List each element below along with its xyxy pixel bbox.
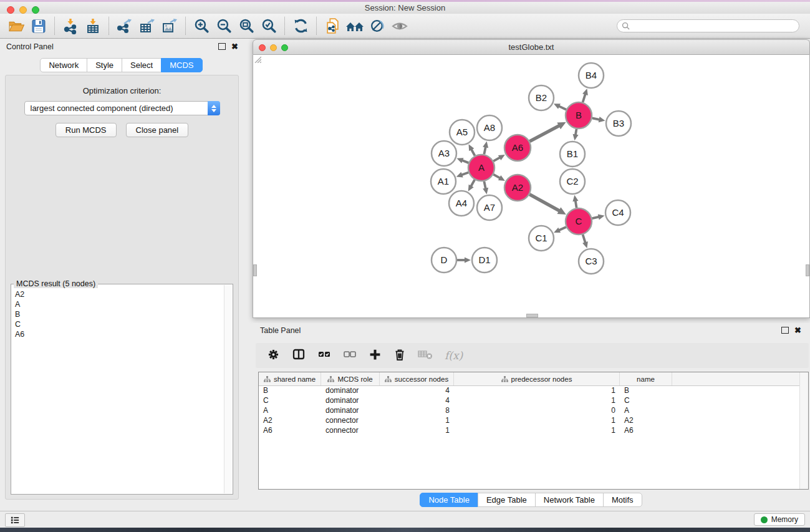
close-window-button[interactable]	[7, 6, 14, 14]
unselect-all-button[interactable]	[343, 348, 357, 363]
zoom-in-button[interactable]	[190, 16, 213, 37]
network-canvas[interactable]: B4B2BB3A5A8A6A3B1AA1C2A2A4A7CC4C1DD1C3	[253, 55, 809, 317]
table-scrollbar[interactable]	[799, 372, 808, 489]
network-edge[interactable]	[493, 157, 500, 161]
float-panel-icon[interactable]	[218, 43, 226, 50]
network-edge[interactable]	[592, 118, 600, 119]
export-network-button[interactable]	[113, 16, 136, 37]
network-edge[interactable]	[462, 160, 469, 163]
function-builder-button[interactable]: f(x)	[445, 349, 463, 362]
network-edge[interactable]	[559, 227, 566, 230]
tab-motifs[interactable]: Motifs	[603, 493, 642, 507]
import-network-button[interactable]	[59, 16, 82, 37]
column-header-predecessor-nodes[interactable]: predecessor nodes	[454, 372, 620, 385]
network-edge[interactable]	[583, 235, 586, 243]
tab-select[interactable]: Select	[122, 58, 162, 72]
window-controls	[7, 6, 39, 14]
network-edge[interactable]	[559, 106, 566, 110]
network-edge[interactable]	[493, 175, 500, 178]
network-edge[interactable]	[576, 201, 577, 208]
add-column-button[interactable]	[369, 348, 382, 364]
close-network-button[interactable]	[259, 44, 266, 51]
search-input[interactable]	[633, 21, 794, 31]
run-mcds-button[interactable]: Run MCDS	[55, 123, 117, 137]
save-session-button[interactable]	[27, 16, 50, 37]
tab-node-table[interactable]: Node Table	[420, 493, 478, 507]
vizmapper-button[interactable]	[366, 16, 388, 37]
zoom-out-button[interactable]	[213, 16, 235, 37]
network-canvas-area[interactable]: B4B2BB3A5A8A6A3B1AA1C2A2A4A7CC4C1DD1C3	[253, 55, 810, 318]
memory-button[interactable]: Memory	[754, 513, 805, 526]
right-gripper[interactable]	[806, 264, 809, 276]
edge-arrowhead-icon	[598, 214, 605, 220]
close-panel-icon[interactable]: ✖	[231, 42, 238, 51]
zoom-selected-button[interactable]	[258, 16, 280, 37]
show-graphics-details-button[interactable]	[388, 16, 411, 37]
mcds-result-list[interactable]: A2ABCA6	[12, 285, 224, 493]
open-session-button[interactable]	[5, 16, 27, 37]
network-window-titlebar[interactable]: testGlobe.txt	[253, 39, 810, 55]
minimize-network-button[interactable]	[270, 44, 277, 51]
table-row[interactable]: Adominator80A	[259, 405, 800, 415]
network-edge[interactable]	[471, 149, 475, 155]
table-row[interactable]: A2connector11A2	[259, 415, 800, 425]
network-edge[interactable]	[583, 94, 586, 102]
network-edge[interactable]	[576, 129, 577, 135]
bottom-gripper[interactable]	[526, 314, 538, 317]
column-header-name[interactable]: name	[620, 372, 672, 385]
zoom-fit-button[interactable]	[235, 16, 258, 37]
network-edge[interactable]	[461, 172, 468, 175]
table-row[interactable]: A6connector11A6	[259, 425, 800, 435]
table-settings-button[interactable]	[267, 348, 280, 364]
result-item[interactable]: B	[12, 309, 224, 319]
table-row[interactable]: Bdominator41B	[259, 385, 800, 395]
edge-arrowhead-icon	[483, 142, 488, 148]
result-item[interactable]: A	[12, 299, 224, 309]
import-table-button[interactable]	[82, 16, 104, 37]
tab-style[interactable]: Style	[87, 58, 122, 72]
select-all-button[interactable]	[317, 348, 331, 363]
tab-edge-table[interactable]: Edge Table	[478, 493, 536, 507]
network-home-button[interactable]	[344, 16, 366, 37]
column-header-mcds-role[interactable]: MCDS role	[321, 372, 380, 385]
network-edge[interactable]	[471, 180, 475, 186]
network-edge[interactable]	[592, 217, 599, 219]
zoom-network-button[interactable]	[281, 44, 288, 51]
refresh-layout-button[interactable]	[289, 16, 312, 37]
column-header-shared-name[interactable]: shared name	[259, 372, 321, 385]
desktop-strip-bottom	[0, 528, 810, 532]
network-edge[interactable]	[529, 125, 559, 141]
network-edge[interactable]	[484, 147, 485, 154]
task-history-button[interactable]	[5, 513, 25, 527]
clone-network-button[interactable]	[321, 16, 344, 37]
network-edge[interactable]	[484, 181, 485, 189]
control-panel-tabs: Network Style Select MCDS	[0, 58, 243, 72]
export-table-button[interactable]	[136, 16, 158, 37]
close-table-panel-icon[interactable]: ✖	[794, 326, 801, 334]
result-item[interactable]: C	[12, 319, 224, 329]
table-row[interactable]: Cdominator41C	[259, 395, 800, 405]
column-visibility-button[interactable]	[292, 348, 306, 363]
tab-network-table[interactable]: Network Table	[535, 493, 604, 507]
resize-corner-handle[interactable]	[253, 55, 261, 63]
toolbar-separator	[108, 17, 109, 35]
optimization-criterion-select[interactable]: largest connected component (directed)	[24, 101, 220, 115]
export-image-button[interactable]	[158, 16, 181, 37]
plus-icon	[369, 348, 382, 361]
result-scrollbar[interactable]	[224, 285, 232, 493]
zoom-window-button[interactable]	[32, 6, 39, 14]
delete-table-button[interactable]	[418, 349, 433, 362]
table-cell: C	[620, 395, 672, 405]
result-item[interactable]: A6	[12, 329, 224, 339]
float-table-panel-icon[interactable]	[781, 327, 789, 334]
network-edge[interactable]	[529, 195, 559, 211]
delete-column-button[interactable]	[393, 348, 406, 364]
tab-mcds[interactable]: MCDS	[161, 58, 202, 72]
minimize-window-button[interactable]	[19, 6, 27, 14]
result-item[interactable]: A2	[12, 289, 224, 299]
search-field[interactable]	[617, 19, 799, 32]
tab-network[interactable]: Network	[40, 58, 87, 72]
column-header-successor-nodes[interactable]: successor nodes	[380, 372, 454, 385]
left-gripper[interactable]	[253, 264, 257, 276]
close-panel-button[interactable]: Close panel	[126, 123, 189, 137]
